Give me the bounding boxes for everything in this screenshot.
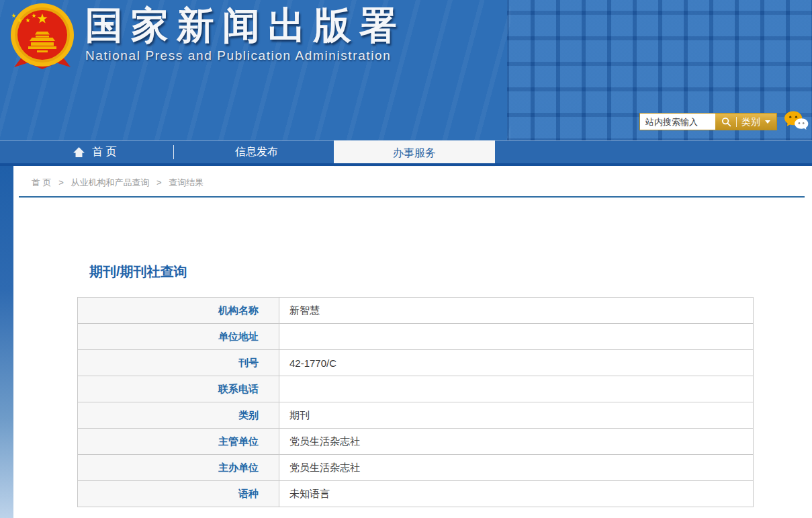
row-value: 新智慧	[279, 298, 754, 324]
row-value	[279, 324, 754, 350]
breadcrumb-separator: >	[156, 177, 162, 187]
nav-bottom-bar	[0, 163, 812, 166]
page-title: 期刊/期刊社查询	[89, 264, 812, 279]
left-decorative-strip	[0, 166, 13, 518]
row-value: 42-1770/C	[279, 350, 754, 376]
breadcrumb-home[interactable]: 首 页	[32, 177, 52, 187]
site-branding: 国家新闻出版署 National Press and Publication A…	[85, 3, 405, 63]
magnifier-icon	[721, 117, 731, 127]
row-value: 党员生活杂志社	[279, 429, 754, 455]
table-row: 语种 未知语言	[78, 481, 754, 507]
table-row: 单位地址	[78, 324, 754, 350]
site-search: 类别	[639, 113, 777, 130]
breadcrumb-query[interactable]: 从业机构和产品查询	[71, 177, 149, 187]
nav-item-label: 首 页	[92, 145, 116, 159]
search-button[interactable]: 类别	[715, 114, 776, 130]
page-content: 首 页 > 从业机构和产品查询 > 查询结果 期刊/期刊社查询 机构名称 新智慧…	[0, 166, 812, 518]
row-label: 类别	[78, 402, 279, 429]
table-row: 主管单位 党员生活杂志社	[78, 429, 754, 455]
row-value: 党员生活杂志社	[279, 455, 754, 481]
journal-info-table: 机构名称 新智慧 单位地址 刊号 42-1770/C 联系电话 类别 期刊 主管…	[77, 297, 754, 507]
site-header: 国家新闻出版署 National Press and Publication A…	[0, 0, 812, 140]
row-label: 语种	[78, 481, 279, 507]
breadcrumb: 首 页 > 从业机构和产品查询 > 查询结果	[0, 166, 812, 189]
nav-divider	[173, 145, 174, 159]
nav-item-label: 办事服务	[393, 146, 436, 161]
row-label: 联系电话	[78, 376, 279, 402]
search-divider	[736, 117, 737, 127]
nav-item-news[interactable]: 信息发布	[223, 141, 290, 163]
row-label: 主管单位	[78, 429, 279, 455]
table-row: 类别 期刊	[78, 402, 754, 429]
table-row: 机构名称 新智慧	[78, 298, 754, 324]
row-label: 单位地址	[78, 324, 279, 350]
wechat-icon[interactable]	[784, 110, 809, 132]
table-row: 联系电话	[78, 376, 754, 402]
search-input[interactable]	[640, 114, 715, 130]
row-label: 机构名称	[78, 298, 279, 324]
row-label: 主办单位	[78, 455, 279, 481]
caret-down-icon	[765, 120, 770, 124]
search-category-dropdown[interactable]: 类别	[741, 117, 760, 126]
breadcrumb-current: 查询结果	[169, 177, 204, 187]
row-value	[279, 376, 754, 402]
row-value: 期刊	[279, 402, 754, 429]
breadcrumb-rule	[19, 196, 805, 198]
site-title: 国家新闻出版署	[85, 3, 405, 48]
breadcrumb-separator: >	[58, 177, 64, 187]
table-row: 主办单位 党员生活杂志社	[78, 455, 754, 481]
nav-item-label: 信息发布	[235, 145, 278, 159]
table-row: 刊号 42-1770/C	[78, 350, 754, 376]
home-icon	[73, 146, 85, 158]
site-subtitle: National Press and Publication Administr…	[85, 48, 405, 63]
row-value: 未知语言	[279, 481, 754, 507]
main-nav: 首 页 信息发布 办事服务	[0, 140, 812, 163]
nav-item-home[interactable]: 首 页	[73, 141, 116, 163]
national-emblem-logo	[8, 2, 77, 72]
row-label: 刊号	[78, 350, 279, 376]
